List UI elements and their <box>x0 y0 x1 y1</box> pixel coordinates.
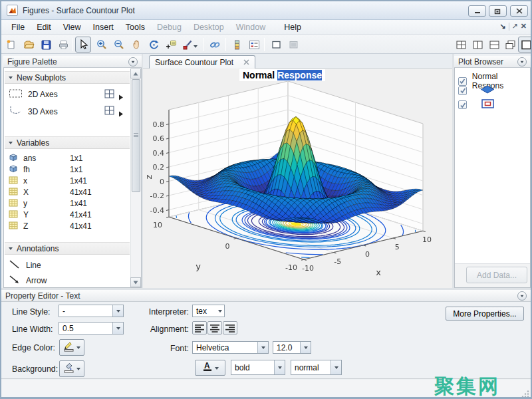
zoom-in-button[interactable] <box>94 37 110 53</box>
rotate-3d-button[interactable] <box>146 37 162 53</box>
title-bar[interactable]: Figures - Surface Countour Plot <box>1 1 531 20</box>
scroll-down-button[interactable] <box>130 277 141 287</box>
menu-view[interactable]: View <box>57 21 87 34</box>
print-button[interactable] <box>55 37 71 53</box>
insert-colorbar-button[interactable] <box>229 37 245 53</box>
zoom-out-button[interactable] <box>111 37 127 53</box>
figure-palette-title: Figure Palette <box>7 57 57 66</box>
font-angle-dropdown[interactable]: normal <box>291 360 342 375</box>
annotation-item-arrow[interactable]: Arrow <box>9 275 47 286</box>
line-width-combo[interactable]: 0.5 <box>59 322 124 334</box>
figure-tab[interactable]: Surface Countour Plot <box>149 55 255 69</box>
plot-title-editor[interactable]: Normal Response <box>239 69 325 81</box>
subplot-grid-button[interactable] <box>104 106 115 118</box>
hide-plot-tools-button[interactable] <box>268 37 284 53</box>
align-center-button[interactable] <box>207 321 222 334</box>
tile-columns-button[interactable] <box>469 37 485 53</box>
variable-row-y[interactable]: y 1x41 <box>9 198 87 209</box>
variable-row-Y[interactable]: Y 41x41 <box>9 209 92 220</box>
dropdown-arrow-icon[interactable] <box>274 360 285 374</box>
data-cursor-button[interactable] <box>163 37 179 53</box>
subplot-grid-button[interactable] <box>104 89 115 102</box>
menu-edit[interactable]: Edit <box>31 21 57 34</box>
dock-icon[interactable]: ↘ <box>499 22 505 31</box>
brush-dropdown-icon[interactable] <box>194 43 198 50</box>
edge-color-button[interactable] <box>59 339 84 356</box>
checkbox-checked[interactable] <box>458 100 467 109</box>
section-new-subplots[interactable]: New Subplots <box>5 71 130 84</box>
tab-close-icon[interactable] <box>243 58 249 67</box>
align-left-button[interactable] <box>192 321 207 334</box>
resize-grip[interactable] <box>521 388 529 399</box>
subplot-expand-arrow-icon[interactable] <box>118 108 124 120</box>
font-family-dropdown[interactable]: Helvetica <box>192 341 269 354</box>
variable-row-X[interactable]: X 41x41 <box>9 187 92 198</box>
scrollbar-thumb[interactable] <box>132 79 140 192</box>
right-splitter[interactable] <box>452 54 454 288</box>
close-figure-icon[interactable]: ✕ <box>521 22 527 31</box>
variable-name: fh <box>23 165 65 174</box>
more-properties-button[interactable]: More Properties... <box>446 307 524 321</box>
menu-insert[interactable]: Insert <box>87 21 120 34</box>
surface-plot-canvas[interactable] <box>145 81 451 282</box>
palette-item-2d-axes[interactable]: 2D Axes <box>9 88 58 100</box>
add-data-button[interactable]: Add Data... <box>466 267 527 283</box>
insert-legend-button[interactable] <box>246 37 262 53</box>
minimize-button[interactable] <box>468 5 486 17</box>
browser-row-contour[interactable] <box>458 99 494 110</box>
menu-help[interactable]: Help <box>278 21 307 34</box>
restore-button[interactable] <box>489 5 507 17</box>
line-style-dropdown[interactable]: - <box>59 305 124 317</box>
open-file-button[interactable] <box>21 37 37 53</box>
annotation-item-line[interactable]: Line <box>9 259 41 271</box>
single-window-button[interactable] <box>518 37 532 53</box>
checkbox-checked[interactable] <box>458 77 467 86</box>
save-button[interactable] <box>38 37 54 53</box>
font-color-button[interactable]: A <box>195 360 225 376</box>
surface-swatch-icon <box>480 85 495 96</box>
interpreter-value: tex <box>193 307 207 316</box>
cascade-windows-button[interactable] <box>502 37 518 53</box>
variable-size: 41x41 <box>70 221 92 231</box>
section-variables[interactable]: Variables <box>5 136 130 149</box>
edit-plot-button[interactable] <box>75 37 91 53</box>
section-label: Annotations <box>17 244 59 253</box>
subplot-expand-arrow-icon[interactable] <box>118 91 124 103</box>
font-size-combo[interactable]: 12.0 <box>273 341 311 354</box>
variable-row-ans[interactable]: ans 1x1 <box>9 153 82 164</box>
variable-row-x[interactable]: x 1x41 <box>9 176 87 186</box>
font-family-value: Helvetica <box>193 343 229 352</box>
link-plot-button[interactable] <box>207 37 223 53</box>
tile-rows-button[interactable] <box>486 37 502 53</box>
variable-row-fh[interactable]: fh 1x1 <box>9 164 82 175</box>
menu-file[interactable]: File <box>5 21 31 34</box>
checkbox-checked[interactable] <box>458 86 467 95</box>
font-weight-dropdown[interactable]: bold <box>231 360 285 375</box>
left-splitter[interactable] <box>142 54 143 288</box>
dropdown-arrow-icon[interactable] <box>112 323 123 334</box>
dropdown-arrow-icon[interactable] <box>300 342 311 353</box>
plot-browser-menu-button[interactable] <box>517 57 527 66</box>
new-figure-button[interactable] <box>3 37 19 53</box>
palette-item-3d-axes[interactable]: 3D Axes <box>9 105 58 118</box>
section-annotations[interactable]: Annotations <box>5 242 130 255</box>
property-editor-menu-button[interactable] <box>517 291 527 301</box>
matrix-icon <box>9 176 18 186</box>
align-right-button[interactable] <box>223 321 237 334</box>
interpreter-dropdown[interactable]: tex <box>192 305 225 317</box>
dropdown-arrow-icon[interactable] <box>257 342 268 353</box>
browser-row-surface[interactable] <box>458 85 495 96</box>
figure-palette-menu-button[interactable] <box>128 57 138 66</box>
close-button[interactable] <box>510 5 528 17</box>
dropdown-arrow-icon[interactable] <box>112 305 123 317</box>
undock-icon[interactable]: ↗ <box>512 22 518 31</box>
background-color-button[interactable] <box>59 360 84 377</box>
scroll-up-button[interactable] <box>130 68 141 78</box>
tile-grid-button[interactable] <box>453 37 469 53</box>
pan-hand-button[interactable] <box>128 37 144 53</box>
variable-row-Z[interactable]: Z 41x41 <box>9 221 92 231</box>
show-plot-tools-button[interactable] <box>285 37 301 53</box>
menu-tools[interactable]: Tools <box>120 21 151 34</box>
matrix-icon <box>9 221 18 231</box>
dropdown-arrow-icon[interactable] <box>331 360 341 374</box>
